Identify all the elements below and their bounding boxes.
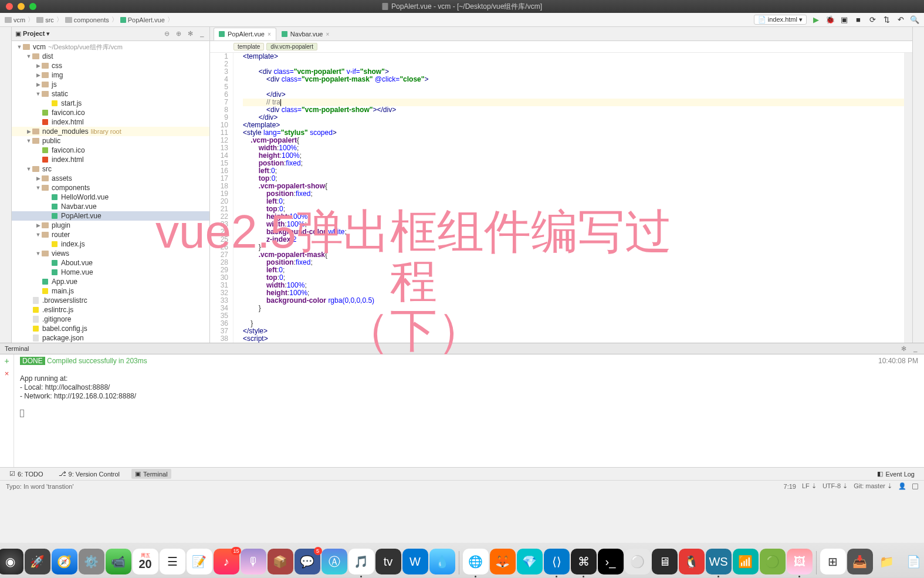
tree-row[interactable]: Navbar.vue [12, 202, 209, 211]
tree-row[interactable]: favicon.ico [12, 146, 209, 155]
debug-button[interactable]: 🐞 [825, 15, 835, 25]
breadcrumb-item[interactable]: components [65, 16, 109, 23]
line-separator[interactable]: LF ⇣ [802, 482, 817, 490]
expand-arrow[interactable]: ▶ [35, 174, 41, 183]
dock-app[interactable]: 📶 [733, 549, 759, 574]
tree-row[interactable]: ▶plugin [12, 221, 209, 230]
expand-arrow[interactable]: ▼ [26, 164, 32, 174]
event-log-tool[interactable]: ◧ Event Log [874, 469, 918, 479]
tree-row[interactable]: ▼vcm~/Desktop/vue组件库/vcm [12, 42, 209, 52]
dock-music[interactable]: ♪15 [214, 549, 239, 574]
dock-appletv[interactable]: tv [375, 549, 401, 574]
tree-row[interactable]: index.html [12, 155, 209, 164]
dock-notes[interactable]: 📝 [187, 549, 212, 574]
hide-button[interactable]: ⎯ [198, 29, 206, 38]
tree-row[interactable]: favicon.ico [12, 108, 209, 117]
editor-tab[interactable]: Navbar.vue× [276, 28, 335, 40]
tree-row[interactable]: ▼dist [12, 52, 209, 61]
dock-siri[interactable]: ◉ [0, 549, 23, 574]
search-button[interactable]: 🔍 [910, 15, 919, 25]
project-view-selector[interactable]: ▣ Project ▾ [15, 30, 50, 38]
tree-row[interactable]: babel.config.js [12, 324, 209, 333]
file-encoding[interactable]: UTF-8 ⇣ [823, 482, 848, 490]
dock-app[interactable]: 🟢 [760, 549, 786, 574]
tool-button[interactable]: ↶ [896, 15, 905, 25]
dock-webstorm[interactable]: WS [706, 549, 732, 574]
dock-word[interactable]: W [402, 549, 428, 574]
tree-row[interactable]: ▼components [12, 183, 209, 192]
dock-safari[interactable]: 🧭 [52, 549, 77, 574]
expand-arrow[interactable]: ▶ [26, 127, 32, 136]
tree-row[interactable]: ▶css [12, 61, 209, 70]
expand-arrow[interactable]: ▼ [26, 52, 32, 61]
expand-arrow[interactable]: ▼ [35, 183, 41, 192]
expand-arrow[interactable]: ▶ [35, 80, 41, 89]
git-branch[interactable]: Git: master ⇣ [854, 482, 892, 490]
tree-row[interactable]: ▶assets [12, 174, 209, 183]
dock-firefox[interactable]: 🦊 [490, 549, 516, 574]
tree-row[interactable]: Home.vue [12, 268, 209, 277]
vcs-tool[interactable]: ⎇ 9: Version Control [55, 469, 123, 479]
breadcrumb-item[interactable]: src [36, 16, 54, 23]
expand-button[interactable]: ⊕ [174, 29, 182, 38]
tree-row[interactable]: .browserslistrc [12, 296, 209, 305]
stop-button[interactable]: ■ [854, 15, 863, 25]
tree-row[interactable]: ▼public [12, 136, 209, 146]
tree-row[interactable]: ▶node_moduleslibrary root [12, 127, 209, 136]
tree-row[interactable]: ▼static [12, 89, 209, 99]
dock-folder[interactable]: 📁 [874, 549, 900, 574]
dock-podcasts[interactable]: 🎙 [241, 549, 266, 574]
settings-icon[interactable]: ✻ [186, 29, 194, 38]
hide-button[interactable]: ⎯ [911, 344, 919, 353]
close-icon[interactable]: × [326, 31, 329, 38]
expand-arrow[interactable]: ▼ [16, 42, 22, 52]
dock-reminders[interactable]: ☰ [160, 549, 185, 574]
tree-row[interactable]: ▼src [12, 164, 209, 174]
editor-breadcrumb[interactable]: template div.vcm-popalert [210, 41, 912, 53]
project-tree[interactable]: ▼vcm~/Desktop/vue组件库/vcm▼dist▶css▶img▶js… [12, 41, 209, 343]
code-editor[interactable]: 1234567891011121314151617181920212223242… [210, 53, 912, 343]
dock-terminal[interactable]: ⌘ [571, 549, 597, 574]
dock-app[interactable]: 💧 [429, 549, 455, 574]
expand-arrow[interactable]: ▶ [35, 221, 41, 230]
tree-row[interactable]: .gitignore [12, 315, 209, 324]
tree-row[interactable]: HelloWorld.vue [12, 192, 209, 202]
tree-row[interactable]: ▼router [12, 230, 209, 239]
new-session-button[interactable]: + [4, 357, 9, 366]
dock-app[interactable]: 🐧 [679, 549, 705, 574]
tree-row[interactable]: ▼views [12, 249, 209, 258]
dock-app[interactable]: 🖼 [787, 549, 813, 574]
dock-vscode[interactable]: ⟨⟩ [544, 549, 570, 574]
close-window[interactable] [6, 3, 13, 10]
dock-downloads[interactable]: 📥 [847, 549, 873, 574]
tree-row[interactable]: App.vue [12, 277, 209, 286]
lock-icon[interactable] [912, 484, 918, 489]
tree-row[interactable]: ▶js [12, 80, 209, 89]
dock-app[interactable]: 💎 [517, 549, 543, 574]
tree-row[interactable]: ▶img [12, 70, 209, 80]
dock-app[interactable]: 🖥 [652, 549, 678, 574]
tree-row[interactable]: index.js [12, 239, 209, 249]
dock-app[interactable]: 📦 [268, 549, 293, 574]
breadcrumb-item[interactable]: vcm [5, 16, 25, 23]
dock-document[interactable]: 📄 [901, 549, 925, 574]
terminal-output[interactable]: DONE Compiled successfully in 203ms 10:4… [14, 354, 924, 467]
close-icon[interactable]: × [268, 31, 271, 38]
dock-launchpad[interactable]: 🚀 [25, 549, 50, 574]
dock-appstore[interactable]: Ⓐ [321, 549, 347, 574]
nav-chip[interactable]: div.vcm-popalert [266, 43, 317, 50]
tool-button[interactable]: ⟳ [868, 15, 877, 25]
coverage-button[interactable]: ▣ [840, 15, 849, 25]
tree-row[interactable]: package.json [12, 333, 209, 343]
tree-row[interactable]: start.js [12, 99, 209, 108]
dock-iterm[interactable]: ›_ [598, 549, 624, 574]
dock-app[interactable]: ⚪ [625, 549, 651, 574]
minimize-window[interactable] [18, 3, 25, 10]
code-content[interactable]: <template> <div class="vcm-popalert" v-i… [241, 53, 904, 343]
settings-icon[interactable]: ✻ [899, 344, 908, 353]
todo-tool[interactable]: ☑ 6: TODO [6, 469, 47, 479]
inspection-indicator[interactable]: 👤 [898, 482, 906, 490]
terminal-tool[interactable]: ▣ Terminal [131, 469, 171, 479]
cursor-position[interactable]: 7:19 [784, 483, 796, 490]
tree-row[interactable]: index.html [12, 117, 209, 127]
